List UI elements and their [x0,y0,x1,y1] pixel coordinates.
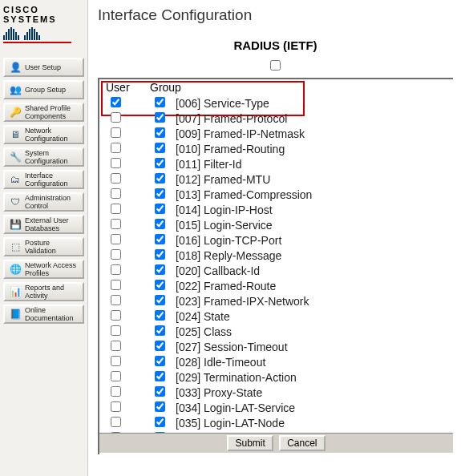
user-checkbox[interactable] [111,112,121,123]
attribute-label: [015] Login-Service [174,218,448,233]
group-checkbox[interactable] [155,158,165,168]
group-checkbox[interactable] [155,112,165,123]
nav-item-3[interactable]: 🖥Network Configuration [3,125,84,144]
attribute-row: [018] Reply-Message [104,248,448,264]
attribute-label: [018] Reply-Message [174,248,448,264]
user-checkbox[interactable] [111,325,121,336]
user-checkbox[interactable] [111,264,121,275]
user-checkbox[interactable] [111,280,121,290]
attribute-label: [013] Framed-Compression [174,188,448,203]
attribute-row: [012] Framed-MTU [104,172,448,188]
attribute-row: [024] State [104,309,448,325]
group-checkbox[interactable] [155,295,165,305]
attribute-row: [027] Session-Timeout [104,340,448,355]
group-checkbox[interactable] [155,204,165,214]
group-checkbox[interactable] [155,280,165,290]
attribute-label: [022] Framed-Route [174,279,448,294]
user-checkbox[interactable] [111,188,121,199]
user-checkbox[interactable] [111,219,121,229]
group-checkbox[interactable] [155,264,165,275]
nav-item-0[interactable]: 👤User Setup [3,58,84,77]
group-checkbox[interactable] [155,127,165,138]
header-user: User [104,81,150,94]
attribute-row: [035] Login-LAT-Node [104,416,448,431]
user-checkbox[interactable] [111,417,121,427]
group-checkbox[interactable] [155,310,165,321]
nav-item-8[interactable]: ⬚Posture Validation [3,237,84,256]
attribute-label: [012] Framed-MTU [174,172,448,188]
nav-icon: 📊 [7,284,23,299]
user-checkbox[interactable] [111,371,121,381]
nav-item-11[interactable]: 📘Online Documentation [3,305,84,324]
nav-icon: 🌐 [7,262,23,276]
nav-item-9[interactable]: 🌐Network Access Profiles [3,260,84,279]
attribute-label: [010] Framed-Routing [174,142,448,157]
user-checkbox[interactable] [111,143,121,153]
attribute-label: [024] State [174,309,448,325]
group-checkbox[interactable] [155,371,165,381]
attribute-row: [020] Callback-Id [104,264,448,279]
attribute-row: [010] Framed-Routing [104,142,448,157]
sidebar: CISCO SYSTEMS 👤User Setup👥Group Setup🔑Sh… [0,0,88,476]
group-checkbox[interactable] [155,356,165,366]
nav-item-6[interactable]: 🛡Administration Control [3,192,84,212]
group-checkbox[interactable] [155,188,165,199]
nav-label: Online Documentation [25,306,80,322]
group-checkbox[interactable] [155,249,165,260]
attribute-label: [014] Login-IP-Host [174,203,448,218]
user-checkbox[interactable] [111,158,121,168]
nav-item-7[interactable]: 💾External User Databases [3,215,84,234]
user-checkbox[interactable] [111,173,121,184]
group-checkbox[interactable] [155,325,165,336]
user-checkbox[interactable] [111,386,121,397]
nav-item-5[interactable]: 🗂Interface Configuration [3,170,84,189]
user-checkbox[interactable] [111,310,121,321]
logo-text: CISCO SYSTEMS [3,5,84,24]
user-checkbox[interactable] [111,234,121,244]
group-checkbox[interactable] [155,143,165,153]
group-checkbox[interactable] [155,234,165,244]
attribute-row: [013] Framed-Compression [104,188,448,203]
group-checkbox[interactable] [155,173,165,184]
group-checkbox[interactable] [155,341,165,351]
attribute-row: [023] Framed-IPX-Network [104,294,448,309]
attribute-row: [029] Termination-Action [104,370,448,385]
group-checkbox[interactable] [155,97,165,107]
attribute-label: [034] Login-LAT-Service [174,401,448,416]
panel-top-checkbox[interactable] [270,60,281,71]
group-checkbox[interactable] [155,219,165,229]
user-checkbox[interactable] [111,356,121,366]
attribute-label: [009] Framed-IP-Netmask [174,127,448,142]
group-checkbox[interactable] [155,386,165,397]
nav-label: Network Access Profiles [25,261,80,277]
user-checkbox[interactable] [111,341,121,351]
nav-icon: 👤 [7,60,23,75]
submit-button[interactable]: Submit [227,435,273,451]
attribute-row: [011] Filter-Id [104,157,448,172]
attributes-panel: User Group [006] Service-Type[007] Frame… [98,78,453,454]
section-title: RADIUS (IETF) [98,38,453,52]
user-checkbox[interactable] [111,97,121,107]
group-checkbox[interactable] [155,401,165,412]
nav-label: Group Setup [25,86,66,94]
nav-label: User Setup [25,63,61,71]
nav-icon: 🛡 [7,195,23,209]
user-checkbox[interactable] [111,401,121,412]
nav-icon: 🗂 [7,172,23,187]
nav-item-1[interactable]: 👥Group Setup [3,80,84,99]
user-checkbox[interactable] [111,204,121,214]
nav-item-2[interactable]: 🔑Shared Profile Components [3,103,84,122]
nav-item-10[interactable]: 📊Reports and Activity [3,282,84,301]
user-checkbox[interactable] [111,127,121,138]
attribute-row: [007] Framed-Protocol [104,111,448,127]
cancel-button[interactable]: Cancel [279,435,325,451]
attribute-label: [028] Idle-Timeout [174,355,448,370]
nav-item-4[interactable]: 🔧System Configuration [3,147,84,167]
button-bar: Submit Cancel [99,433,453,453]
user-checkbox[interactable] [111,295,121,305]
nav-list: 👤User Setup👥Group Setup🔑Shared Profile C… [3,58,84,324]
user-checkbox[interactable] [111,249,121,260]
group-checkbox[interactable] [155,417,165,427]
nav-icon: 🔑 [7,105,23,119]
attribute-row: [016] Login-TCP-Port [104,233,448,248]
